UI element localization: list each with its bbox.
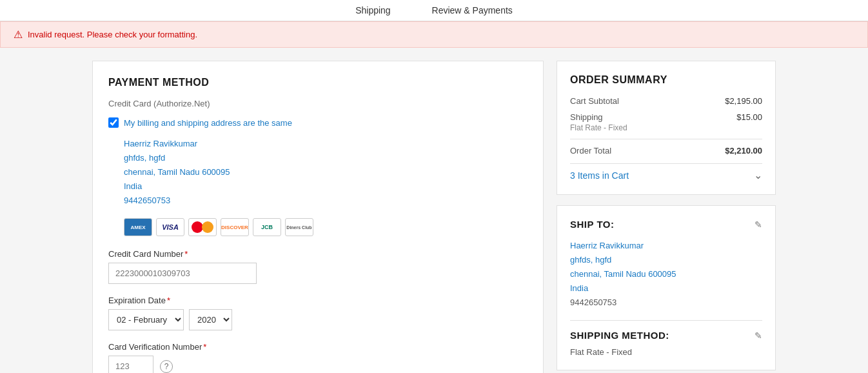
- order-summary-box: ORDER SUMMARY Cart Subtotal $2,195.00 Sh…: [557, 61, 776, 195]
- credit-card-number-label: Credit Card Number*: [108, 249, 528, 259]
- ship-to-edit-icon[interactable]: ✎: [755, 219, 762, 230]
- billing-line1: ghfds, hgfd: [124, 151, 528, 165]
- billing-country: India: [124, 179, 528, 194]
- nav-step-shipping[interactable]: Shipping: [355, 5, 391, 21]
- billing-line2: chennai, Tamil Nadu 600095: [124, 165, 528, 179]
- error-message: Invalid request. Please check your forma…: [28, 30, 197, 39]
- diners-club-icon: Diners Club: [285, 218, 313, 236]
- ship-to-box: SHIP TO: ✎ Haerriz Ravikkumar ghfds, hgf…: [557, 205, 776, 370]
- nav-step-review[interactable]: Review & Payments: [432, 5, 513, 21]
- amex-icon: AMEX: [124, 218, 152, 236]
- shipping-method-edit-icon[interactable]: ✎: [755, 330, 762, 341]
- cvv-row: ?: [108, 356, 528, 373]
- chevron-down-icon: ⌄: [754, 169, 762, 181]
- summary-divider: [570, 139, 762, 139]
- ship-line2: chennai, Tamil Nadu 600095: [570, 267, 762, 281]
- expiration-date-label: Expiration Date*: [108, 296, 528, 305]
- order-total-label: Order Total: [570, 146, 611, 156]
- right-panel: ORDER SUMMARY Cart Subtotal $2,195.00 Sh…: [557, 61, 776, 373]
- expiry-year-select[interactable]: 2020: [189, 309, 232, 330]
- top-navigation: Shipping Review & Payments: [0, 0, 868, 21]
- credit-card-number-field: Credit Card Number*: [108, 249, 528, 284]
- ship-to-title: SHIP TO:: [570, 219, 614, 230]
- cvv-field: Card Verification Number* ?: [108, 342, 528, 373]
- cart-subtotal-label: Cart Subtotal: [570, 96, 619, 106]
- cart-subtotal-value: $2,195.00: [725, 96, 762, 106]
- shipping-method-section: SHIPPING METHOD: ✎ Flat Rate - Fixed: [570, 320, 762, 357]
- left-panel: PAYMENT METHOD Credit Card (Authorize.Ne…: [92, 61, 544, 373]
- visa-icon: VISA: [156, 218, 184, 236]
- cvv-input[interactable]: [108, 356, 153, 373]
- warning-icon: ⚠: [14, 28, 23, 41]
- shipping-method-value: Flat Rate - Fixed: [570, 347, 762, 357]
- order-total-value: $2,210.00: [725, 146, 762, 156]
- ship-phone: 9442650753: [570, 296, 762, 310]
- expiry-month-select[interactable]: 02 - February: [108, 309, 184, 330]
- billing-phone: 9442650753: [124, 194, 528, 208]
- ship-name: Haerriz Ravikkumar: [570, 239, 762, 253]
- shipping-sub-label: Flat Rate - Fixed: [570, 123, 762, 132]
- cvv-help-button[interactable]: ?: [160, 360, 173, 373]
- credit-card-number-input[interactable]: [108, 263, 257, 284]
- ship-to-header: SHIP TO: ✎: [570, 219, 762, 230]
- cvv-label: Card Verification Number*: [108, 342, 528, 352]
- payment-section-title: PAYMENT METHOD: [108, 77, 528, 88]
- billing-name: Haerriz Ravikkumar: [124, 137, 528, 151]
- order-total-row: Order Total $2,210.00: [570, 146, 762, 156]
- jcb-icon: JCB: [253, 218, 281, 236]
- billing-checkbox[interactable]: [108, 117, 119, 128]
- error-bar: ⚠ Invalid request. Please check your for…: [0, 21, 868, 48]
- ship-line1: ghfds, hgfd: [570, 253, 762, 267]
- shipping-label: Shipping: [570, 112, 603, 122]
- required-star-expiry: *: [167, 296, 170, 305]
- shipping-value: $15.00: [736, 112, 762, 122]
- items-in-cart-row[interactable]: 3 Items in Cart ⌄: [570, 163, 762, 181]
- cart-subtotal-row: Cart Subtotal $2,195.00: [570, 96, 762, 106]
- payment-method-label: Credit Card (Authorize.Net): [108, 99, 528, 108]
- ship-address-block: Haerriz Ravikkumar ghfds, hgfd chennai, …: [570, 239, 762, 310]
- shipping-method-header: SHIPPING METHOD: ✎: [570, 330, 762, 341]
- billing-checkbox-label: My billing and shipping address are the …: [124, 118, 292, 128]
- mastercard-icon: [188, 218, 217, 236]
- required-star-cvv: *: [203, 342, 206, 352]
- billing-address-block: Haerriz Ravikkumar ghfds, hgfd chennai, …: [124, 137, 528, 208]
- required-star: *: [184, 249, 188, 259]
- shipping-method-title: SHIPPING METHOD:: [570, 330, 669, 341]
- billing-checkbox-row[interactable]: My billing and shipping address are the …: [108, 117, 528, 128]
- expiry-row: 02 - February 2020: [108, 309, 528, 330]
- items-in-cart-label: 3 Items in Cart: [570, 170, 629, 181]
- card-icons: AMEX VISA DISCOVER JCB Diners Club: [124, 218, 528, 236]
- expiration-date-field: Expiration Date* 02 - February 2020: [108, 296, 528, 330]
- main-layout: PAYMENT METHOD Credit Card (Authorize.Ne…: [79, 48, 789, 373]
- discover-icon: DISCOVER: [221, 218, 249, 236]
- order-summary-title: ORDER SUMMARY: [570, 74, 762, 86]
- shipping-row: Shipping $15.00 Flat Rate - Fixed: [570, 112, 762, 132]
- ship-country: India: [570, 281, 762, 296]
